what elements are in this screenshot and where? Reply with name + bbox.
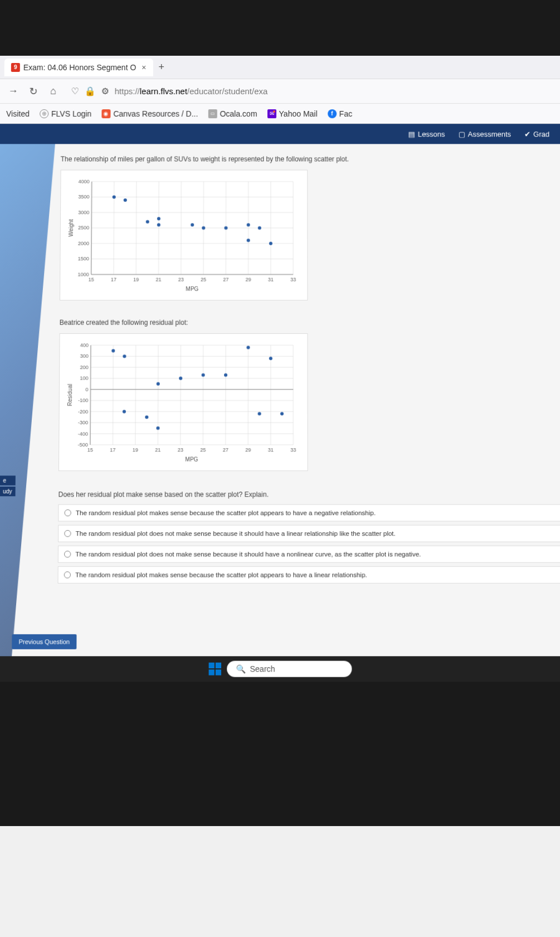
svg-text:17: 17 [110,447,115,453]
scatter-plot-weight: 1000150020002500300035004000151719212325… [60,170,308,300]
nav-lessons[interactable]: ▤Lessons [408,130,445,138]
svg-text:300: 300 [80,353,89,359]
side-partial-tabs: e udy [0,474,16,497]
svg-text:27: 27 [223,276,228,282]
svg-text:31: 31 [268,447,274,453]
bookmarks-bar: Visited ⊕FLVS Login ◉Canvas Resources / … [0,104,560,124]
forward-button[interactable]: → [6,85,20,97]
search-icon: 🔍 [236,664,245,674]
nav-assessments[interactable]: ▢Assessments [459,130,512,138]
svg-point-37 [124,198,127,202]
svg-point-93 [123,355,126,358]
svg-point-40 [157,223,160,226]
svg-line-22 [181,182,182,275]
svg-text:17: 17 [111,276,116,282]
answer-choices: The random residual plot makes sense bec… [58,504,560,584]
browser-tab-strip: 9 Exam: 04.06 Honors Segment O × + [0,56,560,79]
svg-line-90 [90,345,91,445]
residual-plot: -500-400-300-200-10001002003004001517192… [59,333,308,471]
bookmark-visited[interactable]: Visited [6,109,30,118]
nav-grades[interactable]: ✔Grad [524,130,549,138]
svg-point-45 [247,239,250,242]
bookmark-canvas[interactable]: ◉Canvas Resources / D... [101,109,198,118]
svg-point-46 [258,226,261,230]
svg-text:200: 200 [80,365,88,370]
svg-point-92 [111,349,115,352]
svg-line-72 [113,345,113,445]
answer-option-c[interactable]: The random residual plot does not make s… [58,546,560,563]
svg-text:29: 29 [246,276,251,282]
side-tab[interactable]: udy [0,487,16,496]
svg-point-36 [113,195,116,198]
question-subtext: Beatrice created the following residual … [60,319,560,327]
check-icon: ✔ [524,130,530,138]
svg-text:25: 25 [201,276,206,282]
svg-text:-200: -200 [78,409,88,414]
exam-content: The relationship of miles per gallon of … [0,144,560,656]
svg-text:21: 21 [155,276,161,282]
svg-point-43 [224,226,227,230]
svg-text:23: 23 [178,447,183,453]
svg-line-78 [181,345,181,445]
new-tab-button[interactable]: + [153,58,170,76]
close-tab-icon[interactable]: × [142,62,146,71]
news-icon: ▭ [208,109,217,118]
globe-icon: ⊕ [40,109,48,118]
svg-text:4000: 4000 [79,179,90,185]
svg-text:400: 400 [80,342,89,348]
home-button[interactable]: ⌂ [46,85,60,97]
svg-text:-400: -400 [78,431,88,436]
svg-text:0: 0 [85,387,88,392]
svg-text:15: 15 [89,276,94,282]
side-tab[interactable]: e [0,475,16,485]
svg-text:25: 25 [200,447,206,453]
svg-text:19: 19 [133,276,139,282]
browser-toolbar: → ↻ ⌂ ♡ 🔒 ⚙ https://learn.flvs.net/educa… [0,79,560,104]
svg-text:3500: 3500 [78,194,89,200]
site-settings-icon: ⚙ [101,86,109,96]
start-button[interactable] [208,663,221,676]
svg-text:33: 33 [290,447,296,453]
svg-text:33: 33 [290,276,296,282]
svg-text:3000: 3000 [78,210,89,215]
svg-text:2500: 2500 [78,225,89,231]
browser-tab-active[interactable]: 9 Exam: 04.06 Honors Segment O × [4,58,153,76]
svg-text:MPG: MPG [186,286,198,292]
svg-text:27: 27 [223,447,228,453]
svg-text:-100: -100 [78,397,88,403]
answer-option-d[interactable]: The random residual plot makes sense bec… [58,566,560,584]
reload-button[interactable]: ↻ [26,85,40,98]
bookmark-ocala[interactable]: ▭Ocala.com [208,109,257,118]
address-bar[interactable]: ♡ 🔒 ⚙ https://learn.flvs.net/educator/st… [67,86,554,96]
chat-icon: ▢ [459,130,465,138]
svg-point-42 [202,226,205,230]
canvas-icon: ◉ [101,109,110,118]
question-intro: The relationship of miles per gallon of … [61,155,560,163]
svg-point-99 [202,373,205,377]
answer-option-a[interactable]: The random residual plot makes sense bec… [58,504,560,522]
svg-point-94 [123,410,126,413]
svg-text:29: 29 [245,447,251,453]
bookmark-facebook[interactable]: fFac [328,109,352,118]
book-icon: ▤ [408,130,415,138]
previous-question-button[interactable]: Previous Question [12,634,76,649]
svg-text:Weight: Weight [68,219,74,236]
svg-point-47 [269,242,272,245]
svg-point-102 [258,412,261,415]
svg-text:2000: 2000 [78,241,89,246]
svg-point-41 [191,223,194,226]
bookmark-flvs[interactable]: ⊕FLVS Login [40,109,91,118]
svg-point-100 [224,373,227,377]
svg-text:19: 19 [133,447,138,453]
svg-text:-500: -500 [78,442,88,448]
answer-option-b[interactable]: The random residual plot does not make s… [58,525,560,542]
svg-text:1000: 1000 [77,271,89,277]
svg-line-34 [91,182,92,275]
radio-icon [64,551,71,557]
bookmark-yahoo[interactable]: ✉Yahoo Mail [267,109,318,118]
question-prompt: Does her residual plot make sense based … [59,491,560,498]
radio-icon [64,530,71,537]
svg-text:MPG: MPG [185,456,198,462]
taskbar-search[interactable]: 🔍 Search [227,661,352,677]
radio-icon [64,571,71,578]
